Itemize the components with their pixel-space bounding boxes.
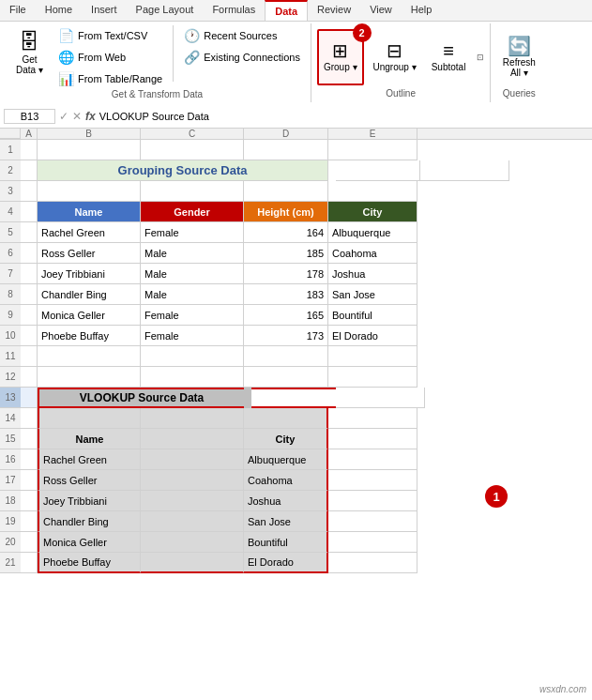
col-header-d[interactable]: D (244, 129, 328, 139)
cell-a3[interactable] (21, 181, 38, 202)
badge-1: 1 (485, 485, 508, 508)
cell-a1[interactable] (21, 140, 38, 160)
cell-e2[interactable] (420, 160, 509, 181)
cell-c5[interactable]: Female (141, 222, 244, 243)
cell-b5[interactable]: Rachel Green (38, 222, 141, 243)
table-row: 3 (0, 181, 592, 202)
cell-b16[interactable]: Rachel Green (38, 449, 141, 470)
cell-e4[interactable]: City (328, 202, 417, 222)
cell-e5[interactable]: Albuquerque (328, 222, 417, 243)
get-data-label: GetData ▾ (16, 54, 43, 75)
tab-data[interactable]: Data (265, 0, 308, 21)
cell-c9[interactable]: Female (141, 305, 244, 326)
cell-b10[interactable]: Phoebe Buffay (38, 326, 141, 346)
cell-c7[interactable]: Male (141, 264, 244, 284)
cell-d4[interactable]: Height (cm) (244, 202, 328, 222)
from-text-csv-button[interactable]: 📄 From Text/CSV (53, 25, 167, 46)
recent-sources-button[interactable]: 🕐 Recent Sources (179, 25, 305, 46)
formula-check-icon[interactable]: ✓ (59, 110, 68, 123)
from-web-button[interactable]: 🌐 From Web (53, 47, 167, 68)
cell-b7[interactable]: Joey Tribbiani (38, 264, 141, 284)
cell-b6[interactable]: Ross Geller (38, 243, 141, 264)
cell-e10[interactable]: El Dorado (328, 326, 417, 346)
cell-b21[interactable]: Phoebe Buffay (38, 553, 141, 573)
cell-c1[interactable] (141, 140, 244, 160)
formula-input[interactable] (99, 111, 588, 122)
cell-a4[interactable] (21, 202, 38, 222)
watermark: wsxdn.com (539, 684, 586, 694)
get-data-button[interactable]: 🗄 GetData ▾ (9, 25, 50, 82)
cell-d1[interactable] (244, 140, 328, 160)
existing-connections-button[interactable]: 🔗 Existing Connections (179, 47, 305, 68)
cell-c3[interactable] (141, 181, 244, 202)
cell-d17[interactable]: Coahoma (244, 470, 328, 491)
cell-b3[interactable] (38, 181, 141, 202)
cell-reference[interactable]: B13 (4, 109, 55, 124)
cell-c6[interactable]: Male (141, 243, 244, 264)
cell-d15[interactable]: City (244, 429, 328, 449)
cell-a2[interactable] (21, 160, 38, 181)
from-table-button[interactable]: 📊 From Table/Range (53, 68, 167, 89)
row-header-10: 10 (0, 326, 21, 346)
formula-cross-icon[interactable]: ✕ (72, 110, 82, 123)
tab-insert[interactable]: Insert (82, 0, 127, 21)
table-row: 11 (0, 346, 592, 367)
cell-d2[interactable] (336, 160, 420, 181)
cell-d8[interactable]: 183 (244, 284, 328, 305)
tab-page-layout[interactable]: Page Layout (127, 0, 204, 21)
subtotal-label: Subtotal (432, 62, 466, 72)
cell-d20[interactable]: Bountiful (244, 532, 328, 553)
cell-c10[interactable]: Female (141, 326, 244, 346)
cell-d19[interactable]: San Jose (244, 511, 328, 532)
col-header-c[interactable]: C (141, 129, 244, 139)
cell-e9[interactable]: Bountiful (328, 305, 417, 326)
row-header-21: 21 (0, 553, 21, 573)
cell-d5[interactable]: 164 (244, 222, 328, 243)
cell-b4[interactable]: Name (38, 202, 141, 222)
cell-b20[interactable]: Monica Geller (38, 532, 141, 553)
cell-b2[interactable]: Grouping Source Data (38, 160, 328, 181)
cell-d10[interactable]: 173 (244, 326, 328, 346)
table-row: 12 (0, 367, 592, 388)
cell-d16[interactable]: Albuquerque (244, 449, 328, 470)
subtotal-icon: ≡ (443, 41, 454, 60)
cell-c8[interactable]: Male (141, 284, 244, 305)
tab-file[interactable]: File (0, 0, 36, 21)
tab-formulas[interactable]: Formulas (203, 0, 265, 21)
cell-e8[interactable]: San Jose (328, 284, 417, 305)
cell-e7[interactable]: Joshua (328, 264, 417, 284)
row-header-4: 4 (0, 202, 21, 222)
cell-b15[interactable]: Name (38, 429, 141, 449)
cell-d21[interactable]: El Dorado (244, 553, 328, 573)
tab-home[interactable]: Home (36, 0, 82, 21)
cell-b8[interactable]: Chandler Bing (38, 284, 141, 305)
cell-d3[interactable] (244, 181, 328, 202)
cell-e6[interactable]: Coahoma (328, 243, 417, 264)
col-header-e[interactable]: E (328, 129, 417, 139)
badge-2: 2 (353, 23, 372, 42)
cell-b17[interactable]: Ross Geller (38, 470, 141, 491)
cell-e1[interactable] (328, 140, 417, 160)
cell-d9[interactable]: 165 (244, 305, 328, 326)
row-header-12: 12 (0, 367, 21, 388)
cell-b1[interactable] (38, 140, 141, 160)
cell-b9[interactable]: Monica Geller (38, 305, 141, 326)
cell-d7[interactable]: 178 (244, 264, 328, 284)
cell-d18[interactable]: Joshua (244, 491, 328, 511)
cell-b18[interactable]: Joey Tribbiani (38, 491, 141, 511)
refresh-all-button[interactable]: 🔄 RefreshAll ▾ (497, 29, 541, 85)
col-header-a[interactable]: A (21, 129, 38, 139)
tab-review[interactable]: Review (308, 0, 360, 21)
row-header-6: 6 (0, 243, 21, 264)
cell-e3[interactable] (328, 181, 417, 202)
cell-b19[interactable]: Chandler Bing (38, 511, 141, 532)
cell-d6[interactable]: 185 (244, 243, 328, 264)
cell-c4[interactable]: Gender (141, 202, 244, 222)
subtotal-button[interactable]: ≡ Subtotal (426, 29, 472, 85)
tab-help[interactable]: Help (402, 0, 442, 21)
tab-view[interactable]: View (360, 0, 402, 21)
col-header-b[interactable]: B (38, 129, 141, 139)
row-header-9: 9 (0, 305, 21, 326)
ungroup-button[interactable]: ⊟ Ungroup ▾ (368, 29, 422, 85)
cell-b13[interactable]: VLOOKUP Source Data (38, 388, 244, 408)
